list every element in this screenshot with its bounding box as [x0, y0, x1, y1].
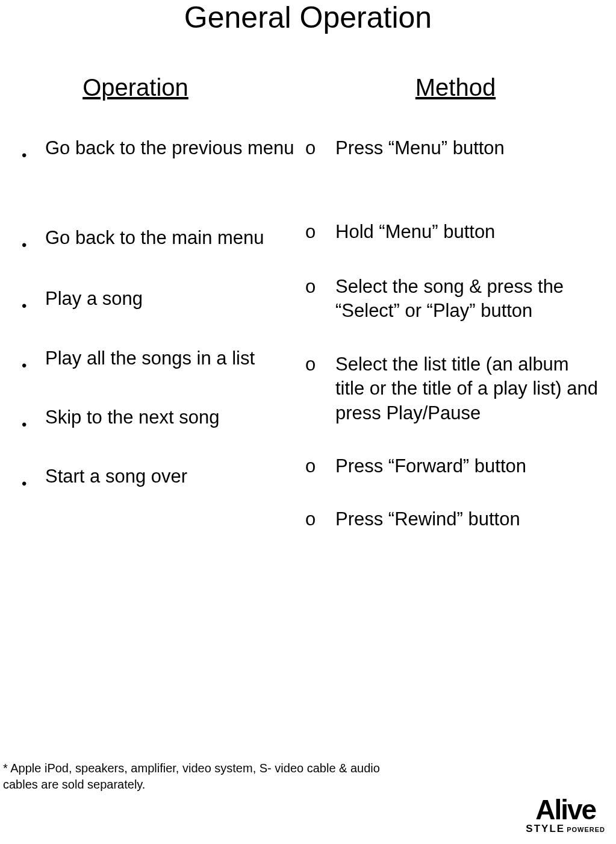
- operation-text: Start a song over: [45, 464, 304, 489]
- operation-heading: Operation: [15, 74, 304, 101]
- bullet-icon: [18, 287, 45, 317]
- alive-logo: Alive STYLEPOWERED: [526, 798, 605, 835]
- operation-column: Operation Go back to the previous menu G…: [15, 74, 304, 532]
- operation-text: Skip to the next song: [45, 405, 304, 430]
- logo-line2: STYLEPOWERED: [526, 823, 605, 835]
- method-text: Select the song & press the “Select” or …: [335, 275, 607, 324]
- bullet-icon: [18, 226, 45, 256]
- list-item: Play a song: [15, 287, 304, 317]
- operation-text: Play all the songs in a list: [45, 346, 304, 370]
- bullet-icon: [18, 464, 45, 495]
- circle-bullet-icon: o: [304, 352, 335, 377]
- logo-style-text: STYLE: [526, 823, 565, 834]
- circle-bullet-icon: o: [304, 136, 335, 160]
- list-item: o Hold “Menu” button: [304, 220, 607, 244]
- list-item: o Select the list title (an album title …: [304, 352, 607, 425]
- list-item: o Press “Forward” button: [304, 454, 607, 478]
- list-item: Go back to the previous menu: [15, 136, 304, 166]
- circle-bullet-icon: o: [304, 454, 335, 478]
- list-item: o Select the song & press the “Select” o…: [304, 275, 607, 324]
- method-text: Hold “Menu” button: [335, 220, 607, 244]
- footnote: * Apple iPod, speakers, amplifier, video…: [3, 760, 388, 793]
- bullet-icon: [18, 405, 45, 436]
- circle-bullet-icon: o: [304, 220, 335, 244]
- method-heading: Method: [304, 74, 607, 101]
- list-item: Skip to the next song: [15, 405, 304, 436]
- operation-text: Play a song: [45, 287, 304, 311]
- content-columns: Operation Go back to the previous menu G…: [0, 74, 616, 532]
- logo-line1: Alive: [526, 798, 605, 822]
- logo-powered-text: POWERED: [567, 826, 605, 833]
- list-item: Start a song over: [15, 464, 304, 495]
- bullet-icon: [18, 136, 45, 166]
- method-text: Select the list title (an album title or…: [335, 352, 607, 425]
- method-column: Method o Press “Menu” button o Hold “Men…: [304, 74, 607, 532]
- circle-bullet-icon: o: [304, 507, 335, 531]
- list-item: Go back to the main menu: [15, 226, 304, 256]
- operation-text: Go back to the main menu: [45, 226, 304, 250]
- circle-bullet-icon: o: [304, 275, 335, 299]
- method-text: Press “Rewind” button: [335, 507, 607, 531]
- bullet-icon: [18, 346, 45, 377]
- method-text: Press “Menu” button: [335, 136, 607, 160]
- list-item: o Press “Rewind” button: [304, 507, 607, 531]
- list-item: Play all the songs in a list: [15, 346, 304, 377]
- page-title: General Operation: [0, 0, 616, 35]
- list-item: o Press “Menu” button: [304, 136, 607, 160]
- operation-text: Go back to the previous menu: [45, 136, 304, 160]
- method-text: Press “Forward” button: [335, 454, 607, 478]
